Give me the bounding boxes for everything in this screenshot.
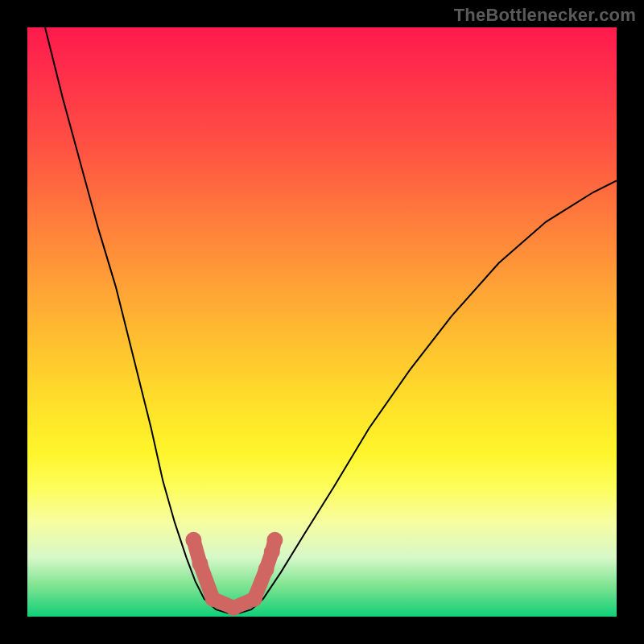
chart-frame: TheBottlenecker.com (0, 0, 644, 644)
marker-dot (185, 532, 201, 548)
marker-dot (266, 532, 283, 548)
marker-group (185, 532, 283, 616)
bottleneck-curve (45, 27, 617, 613)
plot-area (27, 27, 617, 617)
marker-dot (205, 591, 221, 607)
watermark-text: TheBottlenecker.com (454, 5, 636, 26)
marker-dot (192, 555, 208, 572)
marker-dot (258, 561, 275, 577)
marker-dot (246, 591, 262, 607)
marker-dot (225, 600, 242, 616)
chart-svg (27, 27, 617, 617)
